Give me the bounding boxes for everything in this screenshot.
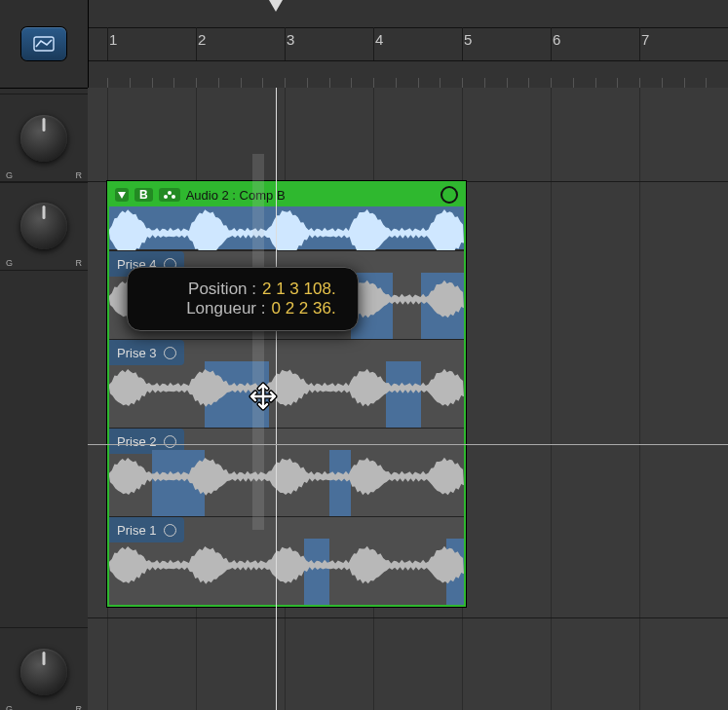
svg-point-1 [164, 195, 168, 199]
timeline-ruler[interactable]: 1234567 [88, 0, 728, 88]
arrange-grid[interactable]: B Audio 2 : Comp B Prise 4Prise 3Prise 2… [88, 88, 728, 710]
track-pan-knob[interactable]: GR [0, 181, 88, 271]
track-pan-knob[interactable]: GR [0, 627, 88, 710]
comp-lane[interactable] [109, 206, 464, 250]
flex-icon[interactable] [159, 188, 180, 202]
region-automation-button[interactable] [21, 27, 66, 60]
disclosure-triangle-icon[interactable] [115, 188, 129, 202]
toolbar [0, 0, 88, 89]
tooltip-pos-label: Position : [149, 280, 256, 299]
bar-number: 6 [553, 31, 560, 48]
loop-icon[interactable] [164, 435, 176, 448]
workspace: 1234567 GR GR GR [0, 0, 728, 710]
take-label-text: Prise 1 [117, 523, 156, 538]
tooltip-len-label: Longueur : [158, 299, 265, 318]
quick-swipe-badge[interactable]: B [134, 188, 153, 202]
svg-rect-0 [34, 37, 54, 51]
loop-icon[interactable] [441, 186, 458, 204]
track-header-column: GR GR GR [0, 0, 89, 710]
bar-number: 1 [109, 31, 117, 48]
bar-number: 3 [287, 31, 294, 48]
take-lane[interactable]: Prise 1 [109, 516, 464, 605]
take-lane[interactable]: Prise 3 [109, 339, 464, 428]
take-lane[interactable]: Prise 2 [109, 428, 464, 516]
knob-left-label: G [6, 170, 13, 180]
bar-number: 4 [375, 31, 383, 48]
track-pan-knob[interactable]: GR [0, 93, 88, 183]
svg-point-3 [172, 195, 175, 199]
tooltip-len-value: 0 2 2 36. [271, 299, 335, 318]
bar-number: 5 [464, 31, 472, 48]
loop-icon[interactable] [164, 347, 176, 359]
region-title: Audio 2 : Comp B [186, 188, 435, 203]
take-label-text: Prise 2 [117, 434, 156, 449]
crosshair-h [88, 444, 728, 445]
loop-icon[interactable] [164, 524, 176, 537]
tooltip-pos-value: 2 1 3 108. [262, 280, 336, 299]
drag-tooltip: Position :2 1 3 108. Longueur :0 2 2 36. [127, 267, 359, 331]
take-folder-region[interactable]: B Audio 2 : Comp B Prise 4Prise 3Prise 2… [107, 181, 466, 607]
bar-number: 2 [198, 31, 206, 48]
knob-right-label: R [76, 170, 83, 180]
region-header[interactable]: B Audio 2 : Comp B [109, 183, 464, 206]
playhead-marker[interactable] [269, 0, 283, 12]
bar-number: 7 [641, 31, 649, 48]
take-label-text: Prise 3 [117, 346, 156, 360]
svg-point-2 [168, 191, 172, 195]
